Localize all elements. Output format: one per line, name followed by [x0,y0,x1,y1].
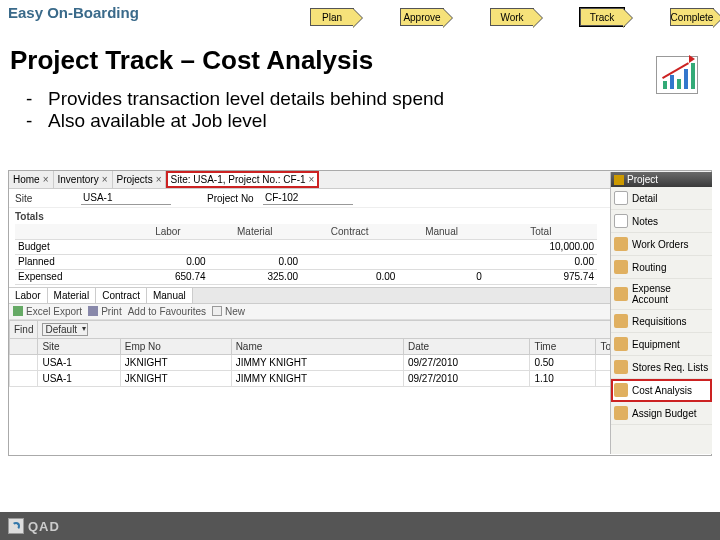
cost-cell: 0.00 [485,254,597,269]
cost-cell: 325.00 [209,269,301,284]
gcol-empno[interactable]: Emp No [120,338,231,354]
folder-icon [614,287,628,301]
cost-cell: Planned [15,254,127,269]
gcol-time[interactable]: Time [530,338,596,354]
side-nav-item[interactable]: Expense Account [611,279,712,310]
col-material: Material [209,224,301,239]
gcol-site[interactable]: Site [38,338,120,354]
site-input[interactable] [81,191,171,205]
folder-icon [614,337,628,351]
grid-cell: 09/27/2010 [403,370,529,386]
tab-label: Projects [117,174,153,185]
folder-icon [614,260,628,274]
side-nav-label: Requisitions [632,316,686,327]
projectno-label: Project No [207,193,257,204]
folder-icon [614,360,628,374]
side-nav-item[interactable]: Notes [611,210,712,233]
projectno-input[interactable] [263,191,353,205]
excel-export-button[interactable]: Excel Export [13,306,82,317]
gcol-name[interactable]: Name [231,338,403,354]
side-nav-item[interactable]: Detail [611,187,712,210]
side-nav-item[interactable]: Assign Budget [611,402,712,425]
side-nav-item[interactable]: Routing [611,256,712,279]
app-window: Home× Inventory× Projects× Site: USA-1, … [8,170,712,456]
col-manual: Manual [398,224,484,239]
side-nav-label: Assign Budget [632,408,697,419]
grid-cell: 1.10 [530,370,596,386]
cost-cell [209,239,301,254]
gcol-date[interactable]: Date [403,338,529,354]
cost-cell: Budget [15,239,127,254]
tab-project-detail[interactable]: Site: USA-1, Project No.: CF-1× [166,171,319,188]
folder-icon [614,237,628,251]
side-nav-label: Cost Analysis [632,385,692,396]
cost-cell: 0.00 [301,269,398,284]
grid-cell: JKNIGHT [120,354,231,370]
side-nav-label: Detail [632,193,658,204]
grid-cell: JIMMY KNIGHT [231,370,403,386]
project-icon [614,175,624,185]
footer-bar: QAD [0,512,720,540]
totals-section-header: Totals [9,207,711,222]
side-nav-item[interactable]: Cost Analysis [611,379,712,402]
tab-projects[interactable]: Projects× [113,171,167,188]
step-approve: Approve [400,8,444,26]
gcol-find: Find [10,320,38,338]
close-icon[interactable]: × [102,174,108,185]
subtab-material[interactable]: Material [48,288,97,303]
side-nav-item[interactable]: Work Orders [611,233,712,256]
subtab-manual[interactable]: Manual [147,288,193,303]
grid-toolbar: Excel Export Print Add to Favourites New [9,304,711,320]
toolbar-label: Print [101,306,122,317]
tab-inventory[interactable]: Inventory× [54,171,113,188]
grid-cell [10,370,38,386]
side-nav-label: Notes [632,216,658,227]
cost-cell [398,239,484,254]
add-favourite-button[interactable]: Add to Favourites [128,306,206,317]
grid-cell: USA-1 [38,354,120,370]
cost-summary-table: Labor Material Contract Manual Total Bud… [15,224,597,285]
table-row[interactable]: USA-1JKNIGHTJIMMY KNIGHT09/27/20100.5021… [10,354,711,370]
close-icon[interactable]: × [43,174,49,185]
growth-chart-icon [656,56,698,94]
side-nav-item[interactable]: Requisitions [611,310,712,333]
new-button[interactable]: New [212,306,245,317]
cost-cell [301,254,398,269]
grid-cell: 09/27/2010 [403,354,529,370]
side-nav-item[interactable]: Equipment [611,333,712,356]
col-blank [15,224,127,239]
cost-cell: 10,000.00 [485,239,597,254]
qad-logo-text: QAD [28,519,60,534]
step-work: Work [490,8,534,26]
col-contract: Contract [301,224,398,239]
toolbar-label: Excel Export [26,306,82,317]
step-plan: Plan [310,8,354,26]
side-nav-label: Routing [632,262,666,273]
col-labor: Labor [127,224,208,239]
folder-icon [614,214,628,228]
side-nav-label: Equipment [632,339,680,350]
folder-icon [614,383,628,397]
tab-home[interactable]: Home× [9,171,54,188]
process-steps: Plan Approve Work Track Complete [310,8,714,26]
subtab-labor[interactable]: Labor [9,288,48,303]
slide-bullets: Provides transaction level details behin… [26,88,720,132]
grid-cell: JIMMY KNIGHT [231,354,403,370]
grid-cell: JKNIGHT [120,370,231,386]
cost-cell [127,239,208,254]
side-nav-item[interactable]: Stores Req. Lists [611,356,712,379]
close-icon[interactable]: × [309,174,315,185]
cost-subtabs: Labor Material Contract Manual [9,287,711,304]
print-button[interactable]: Print [88,306,122,317]
cost-cell [301,239,398,254]
close-icon[interactable]: × [156,174,162,185]
find-dropdown[interactable]: Default [42,323,88,336]
side-nav-label: Expense Account [632,283,709,305]
folder-icon [614,406,628,420]
folder-icon [614,314,628,328]
table-row[interactable]: USA-1JKNIGHTJIMMY KNIGHT09/27/20101.1043… [10,370,711,386]
subtab-contract[interactable]: Contract [96,288,147,303]
side-nav-label: Work Orders [632,239,689,250]
cost-cell: 975.74 [485,269,597,284]
print-icon [88,306,98,316]
